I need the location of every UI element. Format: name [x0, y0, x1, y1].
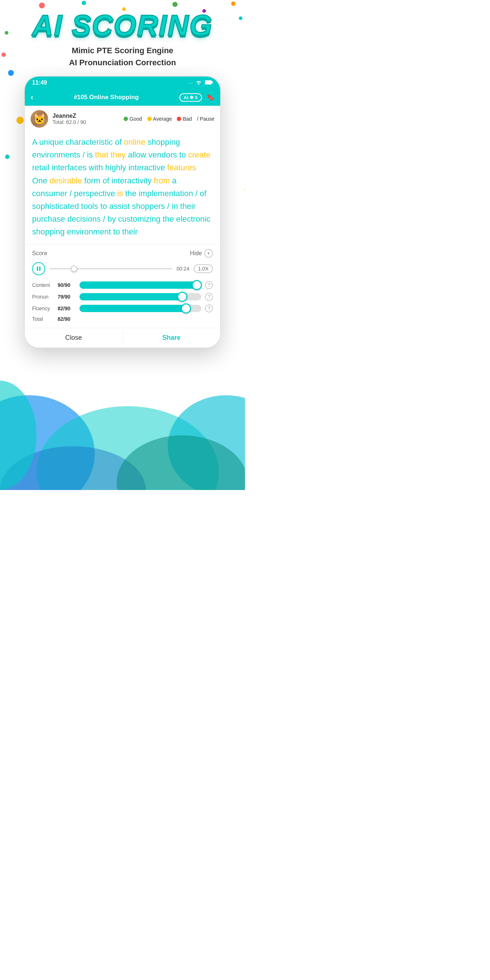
word-the: the — [126, 189, 139, 198]
good-dot — [124, 117, 128, 121]
word-vendors: vendors — [148, 150, 179, 159]
svg-rect-26 — [37, 267, 38, 271]
status-time: 11:49 — [32, 80, 47, 86]
legend-bad: Bad — [177, 116, 192, 122]
nav-bar: ‹ #105 Online Shopping AI ✱ 5 🔖 — [25, 89, 220, 106]
close-button[interactable]: Close — [25, 328, 123, 347]
word-slash1: / — [83, 150, 87, 159]
word-their2: their — [122, 227, 138, 236]
legend-pause: / Pause — [197, 116, 215, 122]
word-retail: retail — [32, 163, 52, 172]
word-from: from — [154, 176, 172, 185]
word-interfaces: interfaces — [52, 163, 89, 172]
share-button[interactable]: Share — [123, 328, 221, 347]
word-purchase: purchase — [32, 215, 67, 223]
total-row: Total 82/90 — [32, 316, 213, 322]
word-environment: environment — [67, 227, 113, 236]
word-by: by — [108, 215, 118, 223]
pause-label: Pause — [200, 116, 215, 122]
word-sophisticated: sophisticated — [32, 202, 81, 211]
word-to2: to — [100, 202, 109, 211]
subtitle-line-2: AI Pronunciation Correction — [0, 57, 245, 68]
word-their: their — [180, 202, 196, 211]
svg-rect-25 — [212, 81, 213, 83]
svg-rect-27 — [40, 267, 41, 271]
content-label: Content — [32, 282, 54, 288]
header-area: AI SCORING Mimic PTE Scoring Engine AI P… — [0, 0, 245, 68]
status-bar: 11:49 ··· — [25, 76, 220, 89]
word-is: is — [87, 150, 95, 159]
average-dot — [147, 117, 152, 121]
speed-badge[interactable]: 1.0X — [194, 264, 213, 273]
word-slash2: / — [70, 189, 74, 198]
word-perspective: perspective — [74, 189, 118, 198]
word-of: of — [115, 137, 124, 146]
word-is2: is — [118, 189, 126, 198]
pronun-label: Pronun — [32, 294, 54, 300]
word-shopping2: shopping — [32, 227, 67, 236]
word-of2: of — [102, 176, 111, 185]
word-slash4: / — [167, 202, 172, 211]
slash-symbol: / — [197, 116, 198, 122]
main-title: AI SCORING — [29, 11, 216, 40]
total-value: 82/90 — [57, 316, 70, 322]
user-info: JeanneZ Total: 82.0 / 90 Good Average Ba… — [25, 106, 220, 132]
nav-title: #105 Online Shopping — [38, 94, 175, 101]
content-bar — [80, 282, 201, 289]
word-a2: a — [172, 176, 177, 185]
word-consumer: consumer — [32, 189, 70, 198]
legend-average: Average — [147, 116, 172, 122]
word-interactivity: interactivity — [111, 176, 154, 185]
content-value: 90/90 — [57, 282, 76, 288]
word-unique: unique — [40, 137, 65, 146]
hide-button[interactable]: Hide ▾ — [190, 249, 213, 258]
bad-dot — [177, 117, 181, 121]
word-shoppers: shoppers — [132, 202, 167, 211]
user-score: Total: 82.0 / 90 — [52, 119, 119, 125]
score-row-content: Content 90/90 ? — [32, 281, 213, 289]
score-header: Score Hide ▾ — [32, 249, 213, 258]
word-desirable: desirable — [49, 176, 84, 185]
score-legend: Good Average Bad / Pause — [124, 116, 215, 122]
content-help-icon[interactable]: ? — [205, 281, 213, 289]
bookmark-icon[interactable]: 🔖 — [206, 93, 215, 101]
good-label: Good — [129, 116, 142, 122]
wifi-icon — [196, 80, 202, 86]
score-label: Score — [32, 250, 48, 257]
progress-fill — [49, 268, 74, 269]
score-row-pronun: Pronun 79/90 ? — [32, 293, 213, 301]
average-label: Average — [153, 116, 172, 122]
pronun-value: 79/90 — [57, 294, 76, 300]
progress-bar[interactable] — [49, 268, 172, 269]
word-one: One — [32, 176, 49, 185]
word-with: with — [89, 163, 105, 172]
word-slash3: / — [196, 189, 200, 198]
svg-rect-24 — [205, 81, 212, 84]
word-characteristic: characteristic — [65, 137, 115, 146]
word-online: online — [124, 137, 148, 146]
word-features: features — [167, 163, 197, 172]
word-decisions: decisions — [67, 215, 103, 223]
word-interactive: interactive — [128, 163, 167, 172]
word-electronic: electronic — [176, 215, 210, 223]
reading-text: A unique characteristic of online shoppi… — [25, 132, 220, 244]
back-button[interactable]: ‹ — [30, 92, 33, 102]
word-shopping: shopping — [148, 137, 180, 146]
word-tools: tools — [81, 202, 100, 211]
fluency-bar — [80, 305, 201, 312]
battery-icon — [205, 80, 213, 86]
bottom-actions: Close Share — [25, 328, 220, 347]
fluency-label: Fluency — [32, 305, 54, 311]
word-of3: of — [200, 189, 206, 198]
pronun-bar-fill — [80, 293, 187, 301]
content-bar-fill — [80, 282, 201, 289]
fluency-bar-fill — [80, 305, 190, 312]
pause-button[interactable] — [32, 262, 45, 275]
pronun-help-icon[interactable]: ? — [205, 293, 213, 301]
word-create: create — [188, 150, 210, 159]
ai-badge[interactable]: AI ✱ 5 — [180, 93, 202, 102]
avatar — [30, 110, 48, 127]
pronun-bar — [80, 293, 201, 301]
word-to3: to — [113, 227, 122, 236]
fluency-help-icon[interactable]: ? — [205, 304, 213, 312]
